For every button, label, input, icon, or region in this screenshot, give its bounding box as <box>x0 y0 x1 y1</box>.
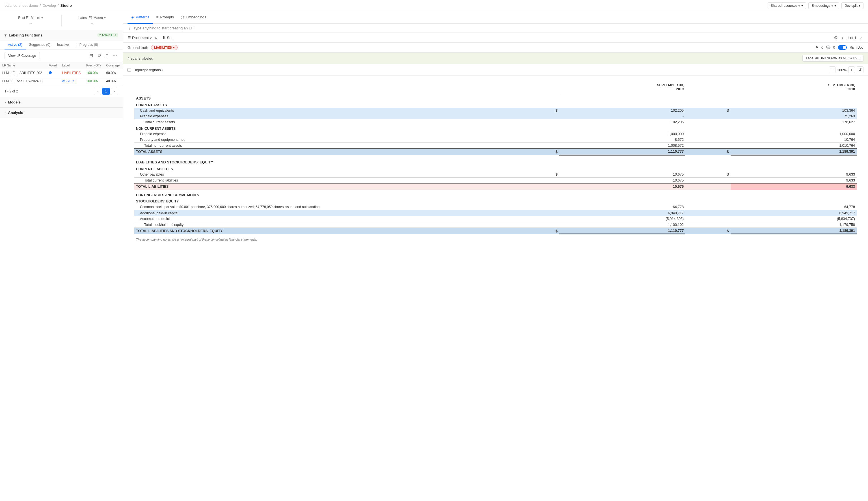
embeddings-button[interactable]: Embeddings ▾ <box>808 2 839 9</box>
tab-active[interactable]: Active (2) <box>4 40 26 50</box>
apic-v2: 6,949,717 <box>731 210 857 216</box>
prepaid2-v1: 1,000,000 <box>559 131 685 137</box>
models-header[interactable]: › Models <box>0 97 123 107</box>
gt-count-1: 0 <box>821 45 823 50</box>
zoom-in-button[interactable]: + <box>848 66 855 73</box>
prepaid-expense2-row: Prepaid expense 1,000,000 1,000,000 <box>134 131 857 137</box>
tab-patterns-label: Patterns <box>136 15 149 19</box>
tab-embeddings-label: Embeddings <box>186 15 206 19</box>
breadcrumb-demo[interactable]: balance-sheet-demo <box>4 3 38 8</box>
col-lf-name: LF Name <box>0 62 47 69</box>
document-view-button[interactable]: ☰ Document view <box>128 36 157 40</box>
voted-dot-0 <box>49 71 52 74</box>
prepaid2-v2: 1,000,000 <box>731 131 857 137</box>
doc-toolbar: ☰ Document view | ⇅ Sort ⚙ ‹ 1 of 1 › <box>123 33 868 43</box>
label-negative-button[interactable]: Label all UNKNOWN as NEGATIVE <box>802 55 864 62</box>
other-payables-label: Other payables <box>134 172 532 178</box>
pagination-range: 1 - 2 of 2 <box>4 89 18 93</box>
tab-suggested[interactable]: Suggested (0) <box>26 40 54 50</box>
cash-v2: 103,364 <box>731 108 857 113</box>
tab-prompts[interactable]: ≡ Prompts <box>153 11 177 24</box>
settings-icon[interactable]: ⚙ <box>834 35 838 40</box>
total-current-row: Total current assets 102,205 178,627 <box>134 119 857 125</box>
total-current-v2: 178,627 <box>731 119 857 125</box>
patterns-icon: ◈ <box>131 15 134 20</box>
footnote-row: The accompanying notes are an integral p… <box>134 234 857 243</box>
left-panel: Best F1 Macro ▾ -- Latest F1 Macro ▾ -- … <box>0 11 123 501</box>
total-equity-v2: 1,179,758 <box>731 222 857 227</box>
total-liab-equity-sym1: $ <box>532 227 559 234</box>
prompt-input[interactable] <box>133 26 864 30</box>
prev-doc-button[interactable]: ‹ <box>840 34 845 41</box>
prev-page-button[interactable]: ‹ <box>94 88 101 95</box>
refresh-view-button[interactable]: ↺ <box>857 66 864 73</box>
property-v2: 10,764 <box>731 137 857 143</box>
rich-doc-label: Rich Doc <box>850 45 864 50</box>
next-page-button[interactable]: › <box>111 88 118 95</box>
shared-resources-button[interactable]: Shared resources ▾ <box>768 2 806 9</box>
tab-in-progress[interactable]: In Progress (0) <box>72 40 101 50</box>
export-icon-btn[interactable]: ⤴ <box>105 52 109 60</box>
analysis-title: Analysis <box>8 110 23 115</box>
page-1-button[interactable]: 1 <box>103 88 110 95</box>
ground-truth-row: Ground truth LIABILITIES ▾ ⚑ 0 💬 0 Rich … <box>123 43 868 53</box>
col1-header: SEPTEMBER 30,2019 <box>559 82 685 93</box>
apic-label: Additional paid-in capital <box>134 210 532 216</box>
labeling-functions-title: Labeling Functions <box>9 33 42 37</box>
dev-split-button[interactable]: Dev split ▾ <box>842 2 864 9</box>
total-liab-equity-v2: 1,189,391 <box>731 227 857 234</box>
apic-v1: 6,949,717 <box>559 210 685 216</box>
total-assets-sym1: $ <box>532 149 559 155</box>
labeling-functions-header[interactable]: ▾ Labeling Functions 2 Active LFs <box>0 30 123 40</box>
total-equity-v1: 1,100,102 <box>559 222 685 227</box>
total-equity-label: Total stockholders' equity <box>134 222 532 227</box>
property-label: Property and equipment, net <box>134 137 532 143</box>
sort-button[interactable]: ⇅ Sort <box>163 36 174 40</box>
col-label: Label <box>60 62 84 69</box>
zoom-out-button[interactable]: − <box>829 66 835 73</box>
refresh-icon-btn[interactable]: ↺ <box>96 52 103 60</box>
prompts-icon: ≡ <box>156 15 158 20</box>
chevron-down-icon-5: ▾ <box>104 16 106 20</box>
chevron-right-icon: › <box>4 100 6 104</box>
view-coverage-button[interactable]: View LF Coverage <box>4 52 40 60</box>
lf-table: LF Name Voted Label Prec. (GT) Coverage … <box>0 62 123 85</box>
more-icon-btn[interactable]: ⋯ <box>111 52 118 60</box>
analysis-header[interactable]: › Analysis <box>0 108 123 118</box>
other-payables-v1: 10,675 <box>559 172 685 178</box>
chevron-down-icon-4: ▾ <box>41 16 43 20</box>
total-non-current-row: Total non-current assets 1,008,572 1,010… <box>134 143 857 149</box>
table-row[interactable]: LLM_LF_LIABILITIES-202 LIABILITIES 100.0… <box>0 69 123 77</box>
sort-label: Sort <box>167 36 174 40</box>
stockholders-header: STOCKHOLDERS' EQUITY <box>134 198 857 204</box>
shared-resources-label: Shared resources <box>771 4 797 8</box>
models-title: Models <box>8 100 21 104</box>
rich-doc-toggle[interactable] <box>838 45 847 50</box>
models-section: › Models <box>0 97 123 108</box>
tab-inactive[interactable]: Inactive <box>54 40 72 50</box>
highlight-checkbox[interactable] <box>128 68 131 72</box>
tab-patterns[interactable]: ◈ Patterns <box>128 11 153 24</box>
page-of: of <box>850 36 853 40</box>
label-cell-1: ASSETS <box>60 77 84 85</box>
tab-embeddings[interactable]: ⬡ Embeddings <box>177 11 210 24</box>
best-f1-value: -- <box>4 21 57 25</box>
total-liab-v2: 9,633 <box>731 183 857 190</box>
total-assets-row: TOTAL ASSETS $ 1,110,777 $ 1,189,391 <box>134 149 857 155</box>
filter-icon-btn[interactable]: ⊟ <box>88 52 94 60</box>
lf-badge: 2 Active LFs <box>97 33 118 37</box>
total-assets-label: TOTAL ASSETS <box>134 149 532 155</box>
prec-cell-0: 100.0% <box>84 69 104 77</box>
accumulated-deficit-label: Accumulated deficit <box>134 216 532 222</box>
col2-header: SEPTEMBER 30,2018 <box>731 82 857 93</box>
contingencies-title: CONTINGENCIES AND COMMITMENTS <box>134 191 857 198</box>
lf-table-container: LF Name Voted Label Prec. (GT) Coverage … <box>0 62 123 85</box>
ground-truth-badge[interactable]: LIABILITIES ▾ <box>151 45 178 50</box>
best-f1-cell: Best F1 Macro ▾ -- <box>0 15 61 26</box>
next-doc-button[interactable]: › <box>859 34 864 41</box>
prec-cell-1: 100.0% <box>84 77 104 85</box>
lf-toolbar: View LF Coverage ⊟ ↺ ⤴ ⋯ <box>0 50 123 62</box>
table-row[interactable]: LLM_LF_ASSETS-202403 ASSETS 100.0% 40.0% <box>0 77 123 85</box>
total-assets-v2: 1,189,391 <box>731 149 857 155</box>
breadcrumb-develop[interactable]: Develop <box>42 3 56 8</box>
